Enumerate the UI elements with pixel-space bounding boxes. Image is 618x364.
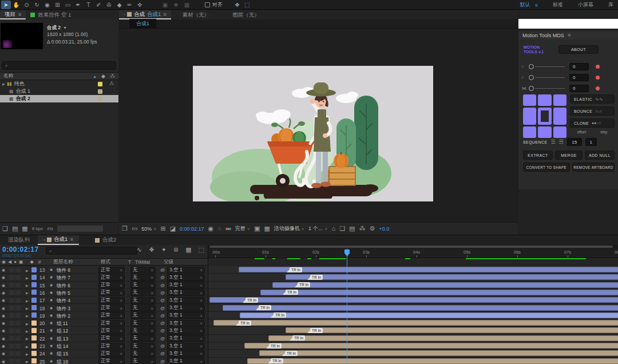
trkmat-dropdown[interactable]: 无∨ bbox=[130, 320, 156, 327]
expander-icon[interactable]: ▶ bbox=[26, 359, 29, 363]
layer-row-13[interactable]: ◉▶13★物件 8正常∨无∨@3.空 1∨ bbox=[0, 266, 208, 274]
layer-marker[interactable]: TR In bbox=[310, 328, 323, 333]
view-layout-dropdown[interactable]: 1 个… ∨ bbox=[308, 225, 328, 232]
layer-marker[interactable]: TR In bbox=[310, 275, 323, 280]
parent-pickwhip-icon[interactable]: @ bbox=[160, 313, 165, 318]
slider-track[interactable] bbox=[535, 77, 565, 78]
label-color-chip[interactable] bbox=[98, 82, 102, 86]
slider-apply-dot[interactable] bbox=[596, 76, 600, 80]
eraser-tool[interactable]: ◆ bbox=[114, 1, 124, 9]
label-column-icon[interactable]: ◆ bbox=[101, 74, 105, 79]
flyout-arrow-icon[interactable]: ▼ bbox=[63, 26, 67, 30]
layer-marker[interactable]: TR In bbox=[286, 290, 298, 295]
hand-tool[interactable]: ✋ bbox=[11, 1, 21, 9]
workspace-小屏幕[interactable]: 小屏幕 bbox=[578, 1, 593, 9]
layer-label-chip[interactable] bbox=[31, 321, 37, 326]
expander-icon[interactable]: ▶ bbox=[2, 82, 5, 86]
layer-row-19[interactable]: ◉▶19★物件 2正常∨无∨@3.空 1∨ bbox=[0, 312, 208, 319]
panel-menu-icon[interactable]: ≡ bbox=[568, 33, 571, 38]
anchor-grid-cell-6[interactable] bbox=[523, 126, 536, 138]
parent-pickwhip-icon[interactable]: @ bbox=[160, 336, 165, 341]
pan-behind-tool[interactable]: ⊞ bbox=[53, 1, 62, 9]
puppet-pin-tool[interactable]: ✜ bbox=[135, 1, 145, 9]
anchor-grid-cell-1[interactable] bbox=[538, 94, 551, 106]
graph-editor-icon[interactable]: ⬚ bbox=[199, 247, 204, 253]
remove-artboard-button[interactable]: REMOVE ARTBOARD bbox=[572, 163, 615, 172]
layer-row-18[interactable]: ◉▶18★物件 3正常∨无∨@3.空 1∨ bbox=[0, 304, 208, 312]
project-list-header[interactable]: 名称 ▲ ◆ ⁂ bbox=[0, 72, 118, 80]
viewer-subtab-comp1[interactable]: 合成1 bbox=[129, 19, 156, 29]
expander-icon[interactable]: ▶ bbox=[26, 322, 29, 326]
camera-tool[interactable]: ◉ bbox=[42, 1, 52, 9]
layer-duration-bar[interactable] bbox=[286, 327, 618, 333]
trkmat-dropdown[interactable]: 无∨ bbox=[130, 297, 156, 304]
layer-label-chip[interactable] bbox=[31, 290, 37, 295]
mode-dropdown[interactable]: 正常∨ bbox=[98, 274, 125, 281]
layer-label-chip[interactable] bbox=[31, 358, 37, 363]
mode-dropdown[interactable]: 正常∨ bbox=[98, 350, 125, 357]
sequence-in-icon[interactable]: ☰ bbox=[551, 140, 556, 145]
slider-mode-icon[interactable]: ⋈ bbox=[522, 86, 528, 91]
roto-brush-tool[interactable]: ✏ bbox=[125, 1, 134, 9]
project-item-纯色[interactable]: ▶▮▮纯色⁂ bbox=[0, 80, 118, 88]
project-depth-label[interactable]: 8 bpc bbox=[32, 226, 43, 231]
composition-artboard[interactable] bbox=[193, 66, 433, 201]
parent-dropdown[interactable]: 3.空 1∨ bbox=[167, 350, 205, 357]
eye-icon[interactable]: ◉ bbox=[2, 298, 5, 303]
eye-icon[interactable]: ◉ bbox=[2, 283, 5, 288]
expander-icon[interactable]: ▶ bbox=[26, 276, 29, 280]
trkmat-dropdown[interactable]: 无∨ bbox=[130, 343, 156, 350]
layer-marker[interactable]: TR In bbox=[285, 351, 298, 356]
expander-icon[interactable]: ▶ bbox=[26, 329, 29, 333]
zoom-tool[interactable]: ⊙ bbox=[22, 1, 31, 9]
bounce-button[interactable]: BOUNCE∩∩ bbox=[570, 106, 615, 116]
layer-duration-bar[interactable] bbox=[213, 320, 618, 326]
timeline-search[interactable]: ⌕ bbox=[46, 247, 137, 255]
pixel-aspect-icon[interactable]: ⌂ bbox=[332, 225, 336, 232]
label-color-chip[interactable] bbox=[98, 89, 102, 94]
mode-dropdown[interactable]: 正常∨ bbox=[98, 297, 125, 304]
project-item-合成 1[interactable]: ▦合成 1 bbox=[0, 88, 118, 95]
layer-duration-bar[interactable] bbox=[268, 335, 618, 341]
eye-icon[interactable]: ◉ bbox=[2, 351, 5, 356]
merge-button[interactable]: MERGE bbox=[555, 151, 583, 160]
parent-dropdown[interactable]: 3.空 1∨ bbox=[167, 358, 205, 364]
share-icon[interactable]: ❖ bbox=[235, 2, 240, 8]
parent-dropdown[interactable]: 3.空 1∨ bbox=[167, 289, 205, 296]
sequence-out-icon[interactable]: ☴ bbox=[559, 140, 564, 145]
parent-dropdown[interactable]: 3.空 1∨ bbox=[167, 327, 205, 334]
time-ruler[interactable]: :00s01s02s03s04s05s06s07s08s bbox=[208, 248, 618, 258]
slider-apply-dot[interactable] bbox=[596, 86, 600, 90]
layer-label-chip[interactable] bbox=[31, 282, 37, 287]
parent-pickwhip-icon[interactable]: @ bbox=[160, 275, 165, 280]
layer-label-chip[interactable] bbox=[31, 305, 37, 310]
trkmat-dropdown[interactable]: 无∨ bbox=[130, 274, 156, 281]
trkmat-dropdown[interactable]: 无∨ bbox=[130, 304, 156, 311]
parent-dropdown[interactable]: 3.空 1∨ bbox=[167, 304, 205, 311]
exposure-reset-icon[interactable]: ⚙ bbox=[370, 225, 375, 232]
panel-menu-icon[interactable]: ≡ bbox=[70, 237, 73, 242]
tab-composition[interactable]: • 合成 合成1 ≡ bbox=[119, 10, 171, 19]
transparency-grid-icon[interactable]: ▦ bbox=[264, 225, 270, 232]
expander-icon[interactable]: ▶ bbox=[26, 283, 29, 287]
layer-row-24[interactable]: ◉▶24★组 15正常∨无∨@3.空 1∨ bbox=[0, 350, 208, 357]
slider-value-input[interactable]: 0 bbox=[569, 74, 589, 81]
new-folder-icon[interactable]: ▤ bbox=[12, 225, 18, 232]
elastic-button[interactable]: ELASTIC∿∿ bbox=[570, 94, 615, 104]
layer-marker[interactable]: TR In bbox=[269, 343, 282, 349]
parent-pickwhip-icon[interactable]: @ bbox=[160, 283, 165, 288]
trkmat-dropdown[interactable]: 无∨ bbox=[130, 335, 156, 342]
anchor-grid-cell-0[interactable] bbox=[523, 94, 536, 106]
text-tool[interactable]: T bbox=[84, 1, 93, 9]
label-color-chip[interactable] bbox=[98, 97, 102, 101]
always-preview-icon[interactable]: ❐ bbox=[122, 225, 128, 232]
expander-icon[interactable]: ▶ bbox=[26, 337, 29, 341]
expander-icon[interactable]: ▶ bbox=[26, 314, 29, 318]
parent-pickwhip-icon[interactable]: @ bbox=[160, 359, 165, 364]
parent-dropdown[interactable]: 3.空 1∨ bbox=[167, 312, 205, 319]
selection-tool[interactable]: ➤ bbox=[1, 1, 11, 9]
mode-dropdown[interactable]: 正常∨ bbox=[98, 343, 125, 350]
parent-dropdown[interactable]: 3.空 1∨ bbox=[167, 297, 205, 304]
layer-marker[interactable]: TR In bbox=[298, 282, 310, 287]
new-composition-icon[interactable]: ▦ bbox=[22, 225, 27, 232]
